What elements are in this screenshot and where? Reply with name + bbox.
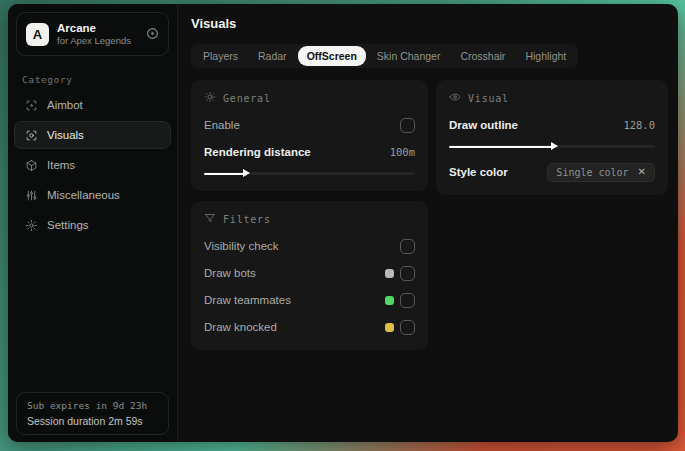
draw-knocked-checkbox[interactable] — [400, 320, 415, 335]
tab-crosshair[interactable]: Crosshair — [451, 46, 514, 66]
clear-icon[interactable]: ✕ — [638, 167, 646, 177]
draw-bots-color-swatch[interactable] — [385, 269, 394, 278]
sidebar-item-aimbot[interactable]: Aimbot — [14, 91, 171, 119]
tab-skin-changer[interactable]: Skin Changer — [368, 46, 450, 66]
app-name: Arcane — [57, 21, 138, 35]
sidebar-item-label: Aimbot — [47, 99, 83, 111]
discord-icon[interactable] — [146, 27, 159, 42]
draw-bots-label: Draw bots — [204, 267, 256, 279]
draw-teammates-color-swatch[interactable] — [385, 296, 394, 305]
sidebar-header: A Arcane for Apex Legends — [16, 12, 169, 56]
enable-label: Enable — [204, 119, 240, 131]
draw-outline-value: 128.0 — [623, 119, 655, 131]
category-label: Category — [22, 74, 177, 85]
tab-radar[interactable]: Radar — [249, 46, 296, 66]
tab-offscreen[interactable]: OffScreen — [298, 46, 366, 66]
eye-icon — [449, 91, 461, 105]
style-color-select[interactable]: Single color ✕ — [547, 163, 655, 182]
sidebar-nav: Aimbot Visuals Items Miscellaneous — [8, 91, 177, 239]
rendering-distance-value: 100m — [390, 146, 415, 158]
page-title: Visuals — [191, 16, 668, 31]
subscription-info: Sub expires in 9d 23h Session duration 2… — [16, 392, 169, 435]
tab-bar: Players Radar OffScreen Skin Changer Cro… — [191, 44, 578, 68]
sliders-icon — [24, 188, 38, 202]
app-window: A Arcane for Apex Legends Category Aimbo… — [8, 4, 678, 442]
style-color-value: Single color — [556, 167, 628, 178]
sidebar-item-items[interactable]: Items — [14, 151, 171, 179]
visual-panel-header: Visual — [449, 91, 655, 105]
sidebar-item-label: Visuals — [47, 129, 84, 141]
sidebar: A Arcane for Apex Legends Category Aimbo… — [8, 4, 178, 442]
sidebar-item-visuals[interactable]: Visuals — [14, 121, 171, 149]
general-panel-title: General — [223, 93, 271, 104]
sub-expires-text: Sub expires in 9d 23h — [27, 400, 158, 411]
visual-panel: Visual Draw outline 128.0 Style color — [436, 80, 668, 195]
filters-panel-title: Filters — [223, 214, 271, 225]
filter-row: Draw knocked — [204, 317, 415, 337]
enable-checkbox[interactable] — [400, 118, 415, 133]
slider-fill — [204, 173, 244, 175]
crosshair-icon — [24, 98, 38, 112]
rendering-distance-label: Rendering distance — [204, 146, 311, 158]
funnel-icon — [204, 212, 216, 226]
draw-knocked-color-swatch[interactable] — [385, 323, 394, 332]
slider-fill — [449, 146, 552, 148]
general-panel: General Enable Rendering distance 100m — [191, 80, 428, 191]
filter-row: Draw bots — [204, 263, 415, 283]
sun-icon — [204, 91, 216, 105]
visibility-check-checkbox[interactable] — [400, 239, 415, 254]
draw-outline-slider[interactable] — [449, 141, 655, 151]
cube-icon — [24, 158, 38, 172]
draw-teammates-label: Draw teammates — [204, 294, 291, 306]
slider-thumb[interactable] — [243, 169, 250, 177]
filters-panel: Filters Visibility check Draw bots — [191, 201, 428, 350]
app-subtitle: for Apex Legends — [57, 35, 138, 47]
draw-bots-checkbox[interactable] — [400, 266, 415, 281]
sidebar-item-label: Items — [47, 159, 75, 171]
sidebar-item-miscellaneous[interactable]: Miscellaneous — [14, 181, 171, 209]
sidebar-item-settings[interactable]: Settings — [14, 211, 171, 239]
eye-scan-icon — [24, 128, 38, 142]
general-panel-header: General — [204, 91, 415, 105]
draw-knocked-label: Draw knocked — [204, 321, 277, 333]
filter-row: Draw teammates — [204, 290, 415, 310]
app-logo: A — [26, 23, 49, 46]
slider-thumb[interactable] — [551, 142, 558, 150]
draw-teammates-checkbox[interactable] — [400, 293, 415, 308]
rendering-distance-slider[interactable] — [204, 168, 415, 178]
visual-panel-title: Visual — [468, 93, 509, 104]
style-color-label: Style color — [449, 166, 508, 178]
session-duration-text: Session duration 2m 59s — [27, 415, 158, 427]
draw-outline-label: Draw outline — [449, 119, 518, 131]
visibility-check-label: Visibility check — [204, 240, 279, 252]
sidebar-item-label: Miscellaneous — [47, 189, 120, 201]
tab-players[interactable]: Players — [194, 46, 247, 66]
sidebar-item-label: Settings — [47, 219, 89, 231]
filters-panel-header: Filters — [204, 212, 415, 226]
main-content: Visuals Players Radar OffScreen Skin Cha… — [178, 4, 678, 442]
tab-highlight[interactable]: Highlight — [516, 46, 575, 66]
gear-icon — [24, 218, 38, 232]
filter-row: Visibility check — [204, 236, 415, 256]
